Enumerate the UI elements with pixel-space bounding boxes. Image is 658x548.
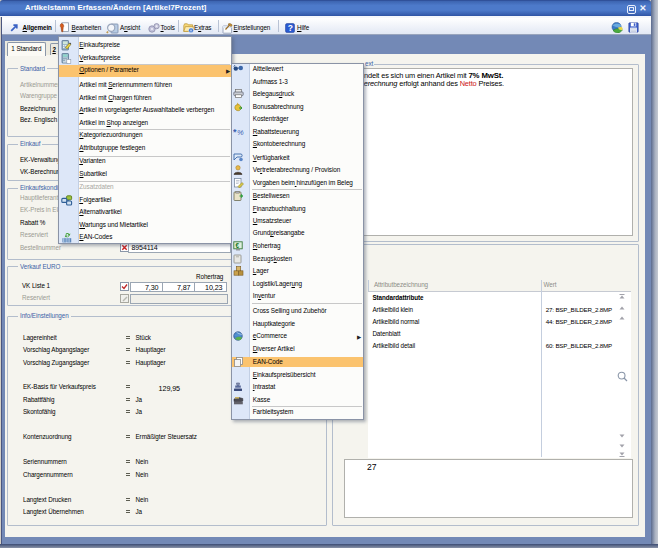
svg-text:%: % bbox=[237, 128, 244, 136]
svg-text:?: ? bbox=[288, 23, 293, 33]
svg-text:€: € bbox=[235, 241, 239, 248]
